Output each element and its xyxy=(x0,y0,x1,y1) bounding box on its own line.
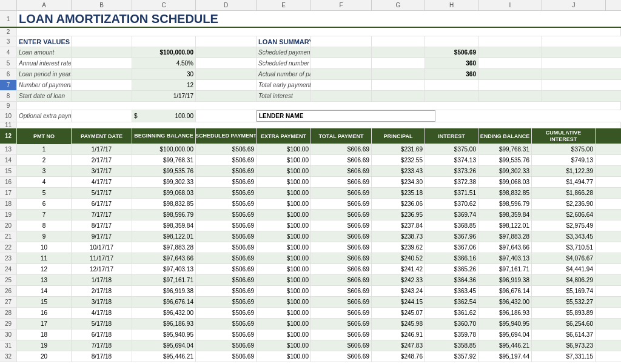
col-header-c: C xyxy=(132,0,196,10)
sched-15: $506.69 xyxy=(196,297,257,307)
row-num-13: 13 xyxy=(0,144,17,154)
row-5: 5 Annual interest rate 4.50% Scheduled n… xyxy=(0,58,621,69)
end-bal-1: $99,768.31 xyxy=(478,144,532,154)
principal-17: $245.98 xyxy=(372,319,425,329)
principal-16: $245.07 xyxy=(372,308,425,318)
data-row-19: 31 19 7/17/18 $95,694.04 $506.69 $100.00… xyxy=(0,340,621,351)
row-num-12: 12 xyxy=(0,128,17,144)
row7-j xyxy=(478,80,542,90)
row-num-31: 31 xyxy=(0,340,17,351)
pmt-no-11: 11 xyxy=(17,253,72,263)
total-early-payments-label: Total early payments xyxy=(257,80,311,90)
header-cumulative-interest: CUMULATIVE INTEREST xyxy=(532,128,596,144)
sched-20: $506.69 xyxy=(196,351,257,362)
num-payments-value[interactable]: 12 xyxy=(132,80,196,90)
end-bal-11: $97,403.13 xyxy=(478,253,532,263)
total-3: $606.69 xyxy=(311,166,372,176)
beg-bal-10: $97,883.28 xyxy=(132,242,196,253)
column-headers: A B C D E F G H I J xyxy=(0,0,621,11)
col-header-g: G xyxy=(372,0,425,10)
total-15: $606.69 xyxy=(311,297,372,307)
principal-19: $247.83 xyxy=(372,340,425,351)
row11-empty xyxy=(17,122,621,128)
total-interest-label: Total interest xyxy=(257,91,311,101)
date-7: 7/17/17 xyxy=(72,210,132,220)
row6-j xyxy=(478,69,542,79)
col-header-i: I xyxy=(478,0,542,10)
data-row-4: 16 4 4/17/17 $99,302.33 $506.69 $100.00 … xyxy=(0,177,621,188)
loan-period-value[interactable]: 30 xyxy=(132,69,196,79)
date-2: 2/17/17 xyxy=(72,155,132,165)
row-3: 3 ENTER VALUES LOAN SUMMARY xyxy=(0,36,621,47)
principal-1: $231.69 xyxy=(372,144,425,154)
interest-16: $361.62 xyxy=(425,308,478,318)
title: LOAN AMORTIZATION SCHEDULE xyxy=(17,11,621,27)
num-payments-label: Number of payments per year xyxy=(17,80,72,90)
interest-9: $367.96 xyxy=(425,231,478,242)
header-scheduled-payment: SCHEDULED PAYMENT xyxy=(196,128,257,144)
row4-h xyxy=(372,47,425,58)
spreadsheet: A B C D E F G H I J 1 LOAN AMORTIZATION … xyxy=(0,0,621,364)
row-num-16: 16 xyxy=(0,177,17,187)
total-17: $606.69 xyxy=(311,319,372,329)
end-bal-10: $97,643.66 xyxy=(478,242,532,253)
extra-13: $100.00 xyxy=(257,275,311,285)
header-pmt-no: PMT NO xyxy=(17,128,72,144)
row8-g xyxy=(311,91,372,101)
sched-4: $506.69 xyxy=(196,177,257,187)
row-num-25: 25 xyxy=(0,275,17,285)
row-num-19: 19 xyxy=(0,210,17,220)
cum-7: $2,606.64 xyxy=(532,210,596,220)
row-num-18: 18 xyxy=(0,199,17,209)
principal-6: $236.06 xyxy=(372,199,425,209)
end-bal-17: $95,940.95 xyxy=(478,319,532,329)
total-18: $606.69 xyxy=(311,329,372,340)
data-row-5: 17 5 5/17/17 $99,068.03 $506.69 $100.00 … xyxy=(0,188,621,199)
interest-17: $360.70 xyxy=(425,319,478,329)
interest-rate-value[interactable]: 4.50% xyxy=(132,58,196,68)
end-bal-20: $95,197.44 xyxy=(478,351,532,362)
beg-bal-3: $99,535.76 xyxy=(132,166,196,176)
beg-bal-18: $95,940.95 xyxy=(132,329,196,340)
principal-7: $236.95 xyxy=(372,210,425,220)
row7-g xyxy=(311,80,372,90)
pmt-no-3: 3 xyxy=(17,166,72,176)
extra-payments-label: Optional extra payments xyxy=(17,110,72,122)
principal-20: $248.76 xyxy=(372,351,425,362)
principal-3: $233.43 xyxy=(372,166,425,176)
actual-num-payments-label: Actual number of payments xyxy=(257,69,311,79)
principal-12: $241.42 xyxy=(372,264,425,274)
interest-10: $367.06 xyxy=(425,242,478,253)
interest-2: $374.13 xyxy=(425,155,478,165)
total-20: $606.69 xyxy=(311,351,372,362)
row-num-11: 11 xyxy=(0,122,17,128)
extra-17: $100.00 xyxy=(257,319,311,329)
cum-1: $375.00 xyxy=(532,144,596,154)
extra-19: $100.00 xyxy=(257,340,311,351)
pmt-no-12: 12 xyxy=(17,264,72,274)
header-extra-payment: EXTRA PAYMENT xyxy=(257,128,311,144)
interest-14: $363.45 xyxy=(425,286,478,296)
loan-amount-value[interactable]: $100,000.00 xyxy=(132,47,196,58)
date-11: 11/17/17 xyxy=(72,253,132,263)
sched-3: $506.69 xyxy=(196,166,257,176)
start-date-value[interactable]: 1/17/17 xyxy=(132,91,196,101)
interest-5: $371.51 xyxy=(425,188,478,198)
row8-e xyxy=(196,91,257,101)
row8-j xyxy=(478,91,542,101)
sched-12: $506.69 xyxy=(196,264,257,274)
cum-16: $5,893.89 xyxy=(532,308,596,318)
pmt-no-9: 9 xyxy=(17,231,72,242)
principal-18: $246.91 xyxy=(372,329,425,340)
extra-18: $100.00 xyxy=(257,329,311,340)
row-num-15: 15 xyxy=(0,166,17,176)
pmt-no-5: 5 xyxy=(17,188,72,198)
row5-g xyxy=(311,58,372,68)
row-2: 2 xyxy=(0,28,621,36)
cum-15: $5,532.27 xyxy=(532,297,596,307)
extra-12: $100.00 xyxy=(257,264,311,274)
end-bal-18: $95,694.04 xyxy=(478,329,532,340)
row9-empty xyxy=(17,102,621,110)
pmt-no-6: 6 xyxy=(17,199,72,209)
actual-num-payments-value: 360 xyxy=(425,69,478,79)
